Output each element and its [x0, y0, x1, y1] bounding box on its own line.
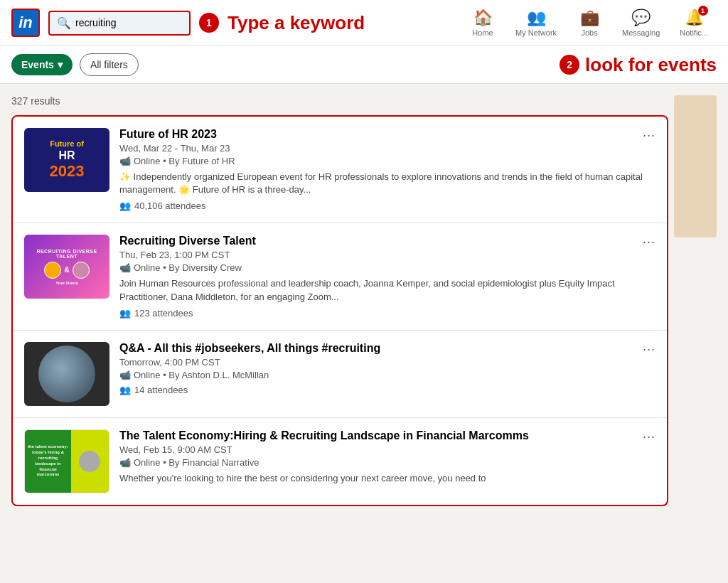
event-thumbnail: Future of HR 2023 [24, 128, 109, 192]
nav-home[interactable]: 🏠 Home [461, 6, 504, 40]
event-thumbnail: the talent economy: today's hiring & rec… [24, 429, 109, 493]
my-network-icon: 👥 [527, 9, 546, 27]
event-location: 📹 Online • By Ashton D.L. McMillan [119, 370, 655, 380]
chevron-down-icon: ▾ [58, 59, 63, 70]
nav-home-label: Home [472, 28, 493, 37]
event-title[interactable]: Q&A - All this #jobseekers, All things #… [119, 342, 655, 355]
jobs-icon: 💼 [580, 9, 599, 27]
people-icon: 👥 [119, 308, 131, 319]
event-title[interactable]: The Talent Economy:Hiring & Recruiting L… [119, 429, 655, 442]
nav-my-network[interactable]: 👥 My Network [507, 6, 565, 40]
event-thumbnail [24, 342, 109, 406]
step-1-badge: 1 [199, 13, 219, 33]
event-attendees: 👥 40,106 attendees [119, 200, 655, 211]
home-icon: 🏠 [473, 9, 493, 27]
nav-notifications-label: Notific... [680, 28, 708, 37]
event-date: Thu, Feb 23, 1:00 PM CST [119, 250, 655, 260]
nav-messaging[interactable]: 💬 Messaging [614, 6, 668, 40]
event-date: Tomorrow, 4:00 PM CST [119, 357, 655, 368]
step-2-area: 2 look for events [560, 54, 717, 76]
linkedin-logo[interactable]: in [11, 9, 40, 37]
event-attendees: 👥 14 attendees [119, 385, 655, 395]
search-icon: 🔍 [57, 16, 71, 30]
host-avatar [44, 262, 61, 279]
logo-text: in [18, 14, 33, 32]
events-filter-button[interactable]: Events ▾ [11, 54, 73, 75]
notification-badge: 1 [698, 6, 708, 16]
event-item: Future of HR 2023 Future of HR 2023 Wed,… [13, 117, 667, 223]
event-location: 📹 Online • By Financial Narrative [119, 457, 655, 468]
search-box[interactable]: 🔍 [48, 11, 191, 36]
speaker-avatar [79, 451, 100, 472]
sidebar-hint [674, 95, 717, 237]
video-camera-icon: 📹 [119, 370, 131, 380]
event-info: Q&A - All this #jobseekers, All things #… [119, 342, 655, 395]
more-options-button[interactable]: ··· [643, 235, 655, 250]
event-title[interactable]: Future of HR 2023 [119, 128, 655, 141]
all-filters-button[interactable]: All filters [80, 53, 139, 76]
event-info: The Talent Economy:Hiring & Recruiting L… [119, 429, 655, 489]
event-date: Wed, Mar 22 - Thu, Mar 23 [119, 143, 655, 154]
nav-jobs-label: Jobs [581, 28, 597, 37]
event-item: RECRUITING DIVERSE TALENT & Your Hosts R… [13, 223, 667, 330]
step-1-label: Type a keyword [228, 12, 365, 34]
video-camera-icon: 📹 [119, 262, 131, 273]
host-avatar-2 [73, 262, 90, 279]
video-camera-icon: 📹 [119, 457, 131, 468]
nav-jobs[interactable]: 💼 Jobs [568, 6, 611, 40]
top-navigation: in 🔍 1 Type a keyword 🏠 Home 👥 My Networ… [0, 0, 728, 46]
event-date: Wed, Feb 15, 9:00 AM CST [119, 444, 655, 455]
nav-right: 🏠 Home 👥 My Network 💼 Jobs 💬 Messaging 🔔… [461, 6, 717, 40]
person-photo [38, 346, 95, 402]
event-description: ✨ Independently organized European event… [119, 171, 655, 196]
event-location: 📹 Online • By Future of HR [119, 156, 655, 166]
event-info: Recruiting Diverse Talent Thu, Feb 23, 1… [119, 235, 655, 318]
event-thumbnail: RECRUITING DIVERSE TALENT & Your Hosts [24, 235, 109, 299]
event-title[interactable]: Recruiting Diverse Talent [119, 235, 655, 247]
notifications-icon: 🔔 1 [685, 9, 704, 27]
event-item: Q&A - All this #jobseekers, All things #… [13, 331, 667, 418]
people-icon: 👥 [119, 385, 131, 395]
nav-my-network-label: My Network [515, 28, 557, 37]
more-options-button[interactable]: ··· [643, 429, 655, 444]
step-2-badge: 2 [560, 55, 579, 75]
main-content: 327 results Future of HR 2023 Future of … [0, 84, 728, 518]
event-location: 📹 Online • By Diversity Crew [119, 262, 655, 273]
nav-notifications[interactable]: 🔔 1 Notific... [671, 6, 717, 40]
more-options-button[interactable]: ··· [643, 342, 655, 357]
step-2-label: look for events [585, 54, 717, 76]
event-list: Future of HR 2023 Future of HR 2023 Wed,… [11, 115, 668, 506]
video-camera-icon: 📹 [119, 156, 131, 166]
search-input[interactable] [75, 17, 182, 28]
filter-bar: Events ▾ All filters 2 look for events [0, 46, 728, 84]
event-item: the talent economy: today's hiring & rec… [13, 418, 667, 505]
messaging-icon: 💬 [631, 9, 651, 27]
nav-messaging-label: Messaging [622, 28, 660, 37]
results-count: 327 results [11, 95, 668, 107]
results-section: 327 results Future of HR 2023 Future of … [11, 95, 668, 506]
event-description: Join Human Resources professional and le… [119, 277, 655, 303]
more-options-button[interactable]: ··· [643, 128, 655, 143]
event-attendees: 👥 123 attendees [119, 308, 655, 319]
event-description: Whether you're looking to hire the best … [119, 472, 655, 485]
event-info: Future of HR 2023 Wed, Mar 22 - Thu, Mar… [119, 128, 655, 211]
people-icon: 👥 [119, 200, 131, 211]
